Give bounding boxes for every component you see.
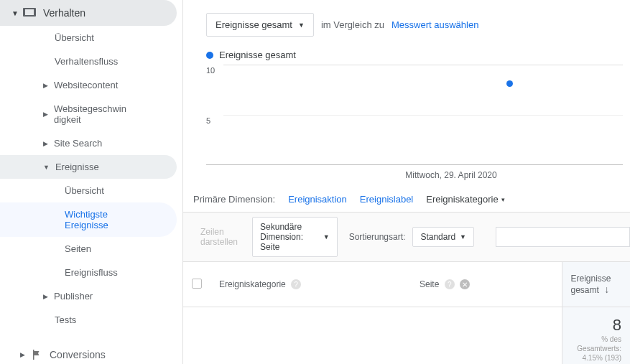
compare-label: im Vergleich zu (321, 19, 384, 30)
nav-item-behaviorflow[interactable]: Verhaltensfluss (0, 50, 182, 73)
nav-item-label: Publisher (54, 291, 93, 302)
line-chart[interactable]: 10 5 Mittwoch, 29. April 2020 (206, 65, 623, 165)
dimension-active[interactable]: Ereigniskategorie ▾ (426, 194, 504, 205)
secondary-dimension-dropdown[interactable]: Sekundäre Dimension: Seite ▼ (252, 217, 338, 257)
column-header-page[interactable]: Seite ? ✕ (411, 262, 562, 307)
nav-section-conversions[interactable]: ▶ Conversions (0, 342, 182, 364)
caret-down-icon: ▾ (501, 196, 505, 203)
summary-sub: Gesamtwerts: (571, 344, 622, 353)
dropdown-label: Standard (420, 232, 455, 242)
svg-rect-1 (25, 9, 34, 15)
nav-item-label: Ereignisse (55, 162, 99, 172)
header-label: Seite (420, 279, 439, 289)
dimension-option[interactable]: Ereignisaktion (288, 194, 347, 205)
summary-row: 8 % des Gesamtwerts: 4.15% (193) (183, 307, 630, 365)
column-header-category[interactable]: Ereigniskategorie ? (210, 262, 411, 307)
nav-item-label: Websitecontent (54, 80, 118, 90)
flag-icon (31, 349, 42, 360)
nav-item-sitespeed[interactable]: ▶ Websitegeschwin digkeit (0, 97, 182, 131)
nav-item-overview[interactable]: Übersicht (0, 26, 182, 50)
dropdown-label: Ereignisse gesamt (216, 19, 292, 30)
search-input[interactable] (496, 227, 630, 247)
nav-section-behavior[interactable]: ▼ Verhalten (0, 0, 177, 26)
caret-down-icon: ▼ (323, 233, 330, 241)
column-header-events[interactable]: Ereignisse gesamt ↓ (562, 262, 630, 307)
help-icon[interactable]: ? (445, 279, 455, 289)
sort-label: Sortierungsart: (349, 232, 406, 242)
plot-rows-button: Zeilen darstellen (193, 223, 245, 251)
summary-sub: 4.15% (193) (571, 353, 622, 363)
screen-icon (23, 8, 36, 18)
nav-item-events[interactable]: ▼ Ereignisse (0, 155, 177, 179)
nav-item-label: Websitegeschwin digkeit (54, 103, 126, 125)
select-metric-link[interactable]: Messwert auswählen (392, 19, 478, 30)
summary-value: 8 (571, 316, 622, 335)
data-table: Ereigniskategorie ? Seite ? ✕ Ereignisse… (183, 262, 630, 364)
gridline (223, 115, 623, 116)
nav-subitem-eventflow[interactable]: Ereignisfluss (0, 261, 182, 284)
dimension-label: Primäre Dimension: (193, 194, 275, 205)
caret-down-icon: ▼ (298, 22, 305, 29)
nav-subitem-overview[interactable]: Übersicht (0, 179, 182, 202)
summary-sub: % des (571, 335, 622, 344)
dimension-option[interactable]: Ereignislabel (360, 194, 413, 205)
caret-down-icon: ▼ (11, 9, 19, 17)
dimension-active-label: Ereigniskategorie (426, 194, 498, 205)
dropdown-label: Sekundäre Dimension: Seite (260, 222, 319, 252)
nav-item-sitecontent[interactable]: ▶ Websitecontent (0, 73, 182, 97)
help-icon[interactable]: ? (291, 279, 301, 289)
table-controls: Zeilen darstellen Sekundäre Dimension: S… (183, 212, 630, 262)
nav-item-tests[interactable]: Tests (0, 308, 182, 332)
chart-legend: Ereignisse gesamt (206, 50, 623, 60)
caret-right-icon: ▶ (20, 351, 25, 358)
nav-subitem-topevents[interactable]: Wichtigste Ereignisse (0, 202, 177, 237)
sort-dropdown[interactable]: Standard ▼ (412, 227, 474, 247)
select-all-checkbox[interactable] (192, 279, 202, 289)
remove-dimension-icon[interactable]: ✕ (460, 279, 470, 289)
gridline (223, 65, 623, 65)
toolbar: Ereignisse gesamt ▼ im Vergleich zu Mess… (183, 0, 630, 42)
summary-cell: 8 % des Gesamtwerts: 4.15% (193) (562, 307, 630, 365)
legend-dot-icon (206, 52, 213, 59)
caret-down-icon: ▼ (43, 164, 50, 171)
nav-item-publisher[interactable]: ▶ Publisher (0, 284, 182, 308)
caret-down-icon: ▼ (460, 233, 466, 241)
nav-item-label: Site Search (54, 138, 102, 149)
metric-dropdown[interactable]: Ereignisse gesamt ▼ (206, 13, 314, 37)
nav-section-label: Conversions (50, 349, 106, 360)
nav-item-sitesearch[interactable]: ▶ Site Search (0, 131, 182, 155)
legend-label: Ereignisse gesamt (219, 50, 296, 60)
sidebar: ▼ Verhalten Übersicht Verhaltensfluss ▶ … (0, 0, 183, 364)
x-axis-label: Mittwoch, 29. April 2020 (405, 170, 496, 180)
caret-right-icon: ▶ (43, 111, 48, 118)
y-tick-label: 10 (206, 66, 215, 75)
caret-right-icon: ▶ (43, 293, 48, 300)
nav-subitem-pages[interactable]: Seiten (0, 237, 182, 261)
main-content: Ereignisse gesamt ▼ im Vergleich zu Mess… (183, 0, 630, 364)
sort-down-icon: ↓ (604, 284, 609, 295)
data-point[interactable] (506, 80, 513, 87)
nav-section-label: Verhalten (43, 7, 85, 19)
header-label: Ereigniskategorie (219, 279, 286, 289)
chart-area: Ereignisse gesamt 10 5 Mittwoch, 29. Apr… (183, 50, 630, 165)
caret-right-icon: ▶ (43, 140, 48, 147)
caret-right-icon: ▶ (43, 82, 48, 89)
y-tick-label: 5 (206, 116, 210, 125)
